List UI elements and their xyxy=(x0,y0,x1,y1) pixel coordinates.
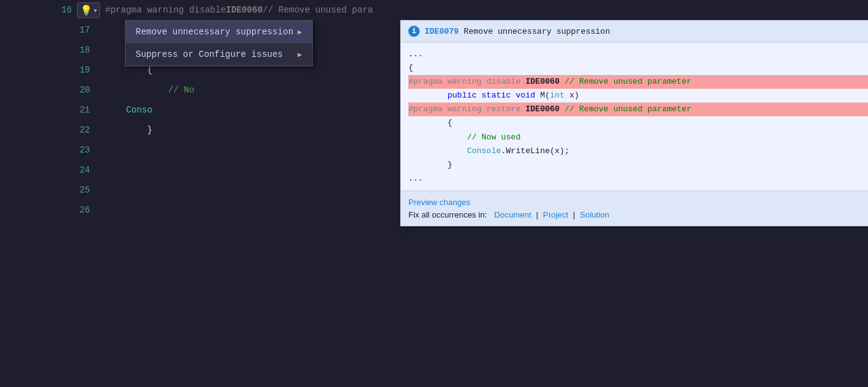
submenu-arrow-remove: ▶ xyxy=(298,28,302,37)
preview-line-pragma-restore: #pragma warning restore IDE0060 // Remov… xyxy=(408,103,868,116)
line-19-row: 19 xyxy=(0,60,100,80)
fix-all-prefix: Fix all occurrences in: xyxy=(408,210,487,219)
editor-container: #pragma warning disable IDE0060 // Remov… xyxy=(0,0,868,387)
preview-title: IDE0079 Remove unnecessary suppression xyxy=(425,27,610,36)
line-num-21: 21 xyxy=(79,105,90,115)
line-18-row: 18 xyxy=(0,40,100,60)
menu-item-remove-suppression[interactable]: Remove unnecessary suppression ▶ xyxy=(126,21,312,43)
line-22-row: 22 xyxy=(0,120,100,140)
fix-document-link[interactable]: Document xyxy=(494,210,531,219)
lightbulb-button[interactable]: 💡 ▾ xyxy=(77,3,100,18)
line-numbers: 16 💡 ▾ 17 18 19 20 21 22 23 24 xyxy=(0,0,100,387)
preview-line-comment: // Now used xyxy=(408,131,868,144)
preview-changes-link[interactable]: Preview changes xyxy=(408,198,470,207)
line-num-22: 22 xyxy=(79,125,90,135)
line-num-18: 18 xyxy=(79,45,90,55)
preview-line-dots1: ... xyxy=(408,48,868,61)
code-line-16 xyxy=(100,0,868,20)
separator2: | xyxy=(536,210,540,219)
preview-code-area: ... { #pragma warning disable IDE0060 //… xyxy=(401,43,868,191)
preview-line-method: public static void M(int x) xyxy=(408,89,868,103)
preview-line-writeline: Console.WriteLine(x); xyxy=(408,144,868,158)
line-17-row: 17 xyxy=(0,20,100,40)
line-num-17: 17 xyxy=(79,25,90,35)
fix-project-link[interactable]: Project xyxy=(543,210,568,219)
line-21-row: 21 xyxy=(0,100,100,120)
code-area: ra { // No Conso } Remove unnecessary su… xyxy=(100,0,868,387)
preview-line-brace3: } xyxy=(408,158,868,172)
line-16-row: 16 💡 ▾ xyxy=(0,0,100,20)
line-26-row: 26 xyxy=(0,200,100,220)
fix-all-line: Fix all occurrences in: Document | Proje… xyxy=(408,210,868,219)
line-num-19: 19 xyxy=(79,65,90,75)
context-menu: Remove unnecessary suppression ▶ Suppres… xyxy=(125,20,313,66)
preview-header: i IDE0079 Remove unnecessary suppression xyxy=(401,21,868,43)
preview-line-pragma-disable: #pragma warning disable IDE0060 // Remov… xyxy=(408,75,868,89)
preview-panel: i IDE0079 Remove unnecessary suppression… xyxy=(400,20,868,226)
info-icon: i xyxy=(408,26,420,37)
line-num-26: 26 xyxy=(79,205,90,215)
line-num-25: 25 xyxy=(79,185,90,195)
preview-line-brace1: { xyxy=(408,61,868,75)
line-num-16: 16 xyxy=(61,5,72,15)
line-23-row: 23 xyxy=(0,140,100,160)
menu-item-label-remove: Remove unnecessary suppression xyxy=(136,27,293,37)
line-20-row: 20 xyxy=(0,80,100,100)
line-24-row: 24 xyxy=(0,160,100,180)
submenu-arrow-suppress: ▶ xyxy=(298,50,302,59)
preview-line-brace2: { xyxy=(408,116,868,130)
line-num-24: 24 xyxy=(79,165,90,175)
bulb-dropdown-arrow: ▾ xyxy=(94,7,97,14)
line-num-23: 23 xyxy=(79,145,90,155)
menu-item-label-suppress: Suppress or Configure issues xyxy=(136,49,283,59)
line-num-20: 20 xyxy=(79,85,90,95)
separator3: | xyxy=(573,210,577,219)
line-25-row: 25 xyxy=(0,180,100,200)
preview-line-dots2: ... xyxy=(408,172,868,186)
bulb-icon: 💡 xyxy=(80,4,93,16)
preview-footer: Preview changes Fix all occurrences in: … xyxy=(401,191,868,226)
fix-solution-link[interactable]: Solution xyxy=(580,210,609,219)
menu-item-suppress-configure[interactable]: Suppress or Configure issues ▶ xyxy=(126,43,312,66)
ide-code-label: IDE0079 xyxy=(425,27,459,36)
